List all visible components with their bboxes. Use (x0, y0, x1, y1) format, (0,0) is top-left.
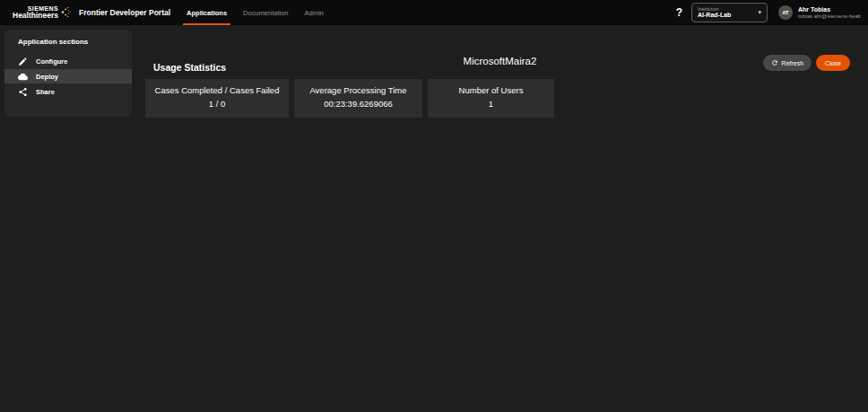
chevron-down-icon: ▾ (758, 9, 761, 16)
stats-row: Cases Completed / Cases Failed 1 / 0 Ave… (145, 79, 554, 118)
portal-title: Frontier Developer Portal (79, 8, 170, 17)
pencil-icon (18, 57, 28, 66)
sidebar-item-deploy[interactable]: Deploy (4, 69, 132, 83)
page-title: MicrosoftMaira2 (132, 56, 868, 66)
help-icon[interactable]: ? (676, 6, 682, 19)
usage-statistics-heading: Usage Statistics (153, 62, 226, 73)
tab-documentation[interactable]: Documentation (239, 0, 291, 25)
institution-value: AI-Rad-Lab (698, 12, 758, 19)
sidebar-title: Application sections (4, 36, 132, 54)
cloud-icon (18, 72, 28, 82)
top-header: SIEMENS Healthineers Frontier Developer … (0, 0, 868, 25)
healthineers-spark-icon (61, 5, 71, 22)
stat-card-cases: Cases Completed / Cases Failed 1 / 0 (145, 79, 289, 118)
stat-value: 00:23:39.6269066 (294, 98, 422, 111)
application-sections-sidebar: Application sections Configure Deploy Sh… (4, 30, 132, 117)
sidebar-item-label: Configure (36, 57, 67, 66)
stat-card-processing-time: Average Processing Time 00:23:39.6269066 (294, 79, 422, 118)
sidebar-item-share[interactable]: Share (4, 84, 132, 99)
stat-label: Cases Completed / Cases Failed (145, 84, 289, 98)
refresh-icon (771, 59, 778, 66)
stat-value: 1 / 0 (145, 98, 289, 111)
refresh-button[interactable]: Refresh (763, 55, 812, 71)
stat-value: 1 (428, 98, 554, 111)
stat-label: Average Processing Time (294, 84, 422, 98)
refresh-button-label: Refresh (782, 60, 804, 66)
close-button[interactable]: Close (816, 55, 850, 71)
avatar[interactable]: AT (778, 5, 793, 20)
institution-texts: Institution AI-Rad-Lab (698, 6, 758, 19)
stat-card-users: Number of Users 1 (428, 79, 554, 118)
institution-dropdown[interactable]: Institution AI-Rad-Lab ▾ (691, 3, 768, 22)
user-email: tobias.ahr@siemens-healthi... (798, 13, 861, 21)
main-nav-tabs: Applications Documentation Admin (183, 0, 336, 25)
header-right: ? Institution AI-Rad-Lab ▾ AT Ahr Tobias… (676, 3, 861, 22)
siemens-healthineers-logo: SIEMENS Healthineers Frontier Developer … (13, 4, 170, 22)
user-name: Ahr Tobias (798, 5, 861, 13)
tab-admin[interactable]: Admin (301, 0, 327, 25)
share-icon (18, 87, 28, 97)
sidebar-item-label: Share (36, 88, 55, 96)
close-button-label: Close (825, 60, 841, 66)
sidebar-item-label: Deploy (36, 73, 58, 81)
sidebar-item-configure[interactable]: Configure (4, 54, 132, 68)
tab-applications[interactable]: Applications (183, 0, 230, 25)
user-info: Ahr Tobias tobias.ahr@siemens-healthi... (798, 5, 861, 21)
stat-label: Number of Users (428, 84, 554, 98)
logo-text: SIEMENS Healthineers (13, 5, 58, 20)
logo-line-healthineers: Healthineers (13, 12, 58, 20)
action-buttons: Refresh Close (763, 55, 850, 71)
